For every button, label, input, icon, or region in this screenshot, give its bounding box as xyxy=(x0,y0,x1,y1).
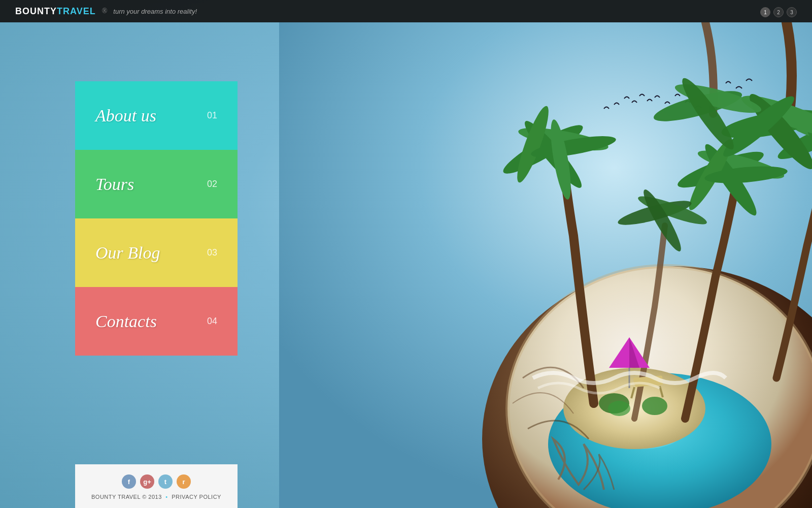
menu-item-blog[interactable]: Our Blog 03 xyxy=(75,218,238,287)
menu-item-tours-label: Tours xyxy=(95,175,134,194)
social-googleplus[interactable]: g+ xyxy=(140,474,154,489)
header: BOUNTY TRAVEL ® turn your dreams into re… xyxy=(0,0,812,22)
pagination: 1 2 3 xyxy=(760,7,797,17)
menu-item-blog-label: Our Blog xyxy=(95,243,160,263)
footer-copyright-text: BOUNTY TRAVEL © 2013 xyxy=(91,494,162,500)
logo-bounty: BOUNTY xyxy=(15,6,57,17)
page-dot-3[interactable]: 3 xyxy=(787,7,797,17)
logo-travel: TRAVEL xyxy=(57,6,96,17)
menu-item-tours[interactable]: Tours 02 xyxy=(75,150,238,218)
menu-item-about-number: 01 xyxy=(207,110,217,121)
logo: BOUNTY TRAVEL ® turn your dreams into re… xyxy=(15,6,197,17)
menu-panel: About us 01 Tours 02 Our Blog 03 Contact… xyxy=(75,81,238,356)
footer-privacy-link[interactable]: PRIVACY POLICY xyxy=(172,494,221,500)
menu-item-contacts[interactable]: Contacts 04 xyxy=(75,287,238,356)
menu-item-about[interactable]: About us 01 xyxy=(75,81,238,150)
menu-item-contacts-number: 04 xyxy=(207,316,217,327)
footer-separator: • xyxy=(165,494,167,500)
logo-tagline: turn your dreams into reality! xyxy=(113,8,197,15)
social-twitter[interactable]: t xyxy=(158,474,173,489)
logo-separator: ® xyxy=(102,7,108,15)
footer-box: f g+ t r BOUNTY TRAVEL © 2013 • PRIVACY … xyxy=(75,464,238,508)
social-icons: f g+ t r xyxy=(122,474,191,489)
page-dot-1[interactable]: 1 xyxy=(760,7,770,17)
menu-item-blog-number: 03 xyxy=(207,247,217,258)
page-dot-2[interactable]: 2 xyxy=(773,7,784,17)
menu-item-about-label: About us xyxy=(95,106,156,125)
social-facebook[interactable]: f xyxy=(122,474,136,489)
menu-item-contacts-label: Contacts xyxy=(95,312,157,331)
social-rss[interactable]: r xyxy=(177,474,191,489)
menu-item-tours-number: 02 xyxy=(207,179,217,189)
footer-copyright: BOUNTY TRAVEL © 2013 • PRIVACY POLICY xyxy=(91,494,221,500)
